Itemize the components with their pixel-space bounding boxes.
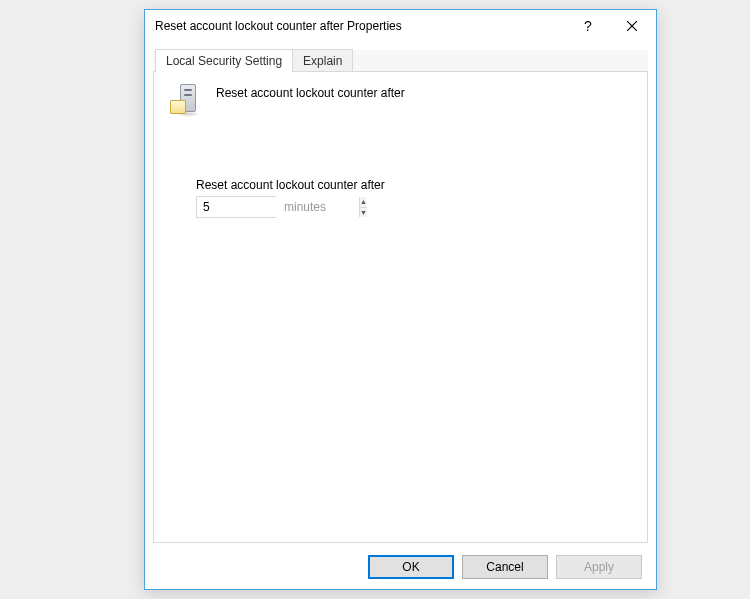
button-label: OK: [402, 560, 419, 574]
titlebar: Reset account lockout counter after Prop…: [145, 10, 656, 42]
client-area: Local Security Setting Explain Reset acc…: [153, 50, 648, 543]
minutes-input[interactable]: [197, 197, 359, 217]
close-icon[interactable]: [610, 11, 654, 41]
tab-explain[interactable]: Explain: [292, 49, 353, 71]
help-icon[interactable]: ?: [566, 11, 610, 41]
policy-heading: Reset account lockout counter after: [216, 84, 405, 100]
minutes-spinner: ▲ ▼: [196, 196, 276, 218]
button-label: Cancel: [486, 560, 523, 574]
tab-strip: Local Security Setting Explain: [153, 50, 648, 72]
tab-label: Explain: [303, 54, 342, 68]
spinner-row: ▲ ▼ minutes: [196, 196, 631, 218]
tab-label: Local Security Setting: [166, 54, 282, 68]
window-title: Reset account lockout counter after Prop…: [155, 19, 566, 33]
spinner-down-icon[interactable]: ▼: [360, 207, 367, 218]
policy-field-label: Reset account lockout counter after: [196, 178, 631, 192]
dialog-buttons: OK Cancel Apply: [368, 555, 642, 579]
policy-icon: [170, 84, 204, 118]
tab-page: Reset account lockout counter after Rese…: [153, 72, 648, 543]
minutes-unit: minutes: [284, 200, 326, 214]
policy-heading-row: Reset account lockout counter after: [170, 84, 631, 118]
ok-button[interactable]: OK: [368, 555, 454, 579]
spinner-up-icon[interactable]: ▲: [360, 197, 367, 207]
properties-dialog: Reset account lockout counter after Prop…: [144, 9, 657, 590]
spinner-buttons: ▲ ▼: [359, 197, 367, 217]
button-label: Apply: [584, 560, 614, 574]
policy-field: Reset account lockout counter after ▲ ▼ …: [196, 178, 631, 218]
cancel-button[interactable]: Cancel: [462, 555, 548, 579]
tab-local-security-setting[interactable]: Local Security Setting: [155, 49, 293, 71]
apply-button: Apply: [556, 555, 642, 579]
